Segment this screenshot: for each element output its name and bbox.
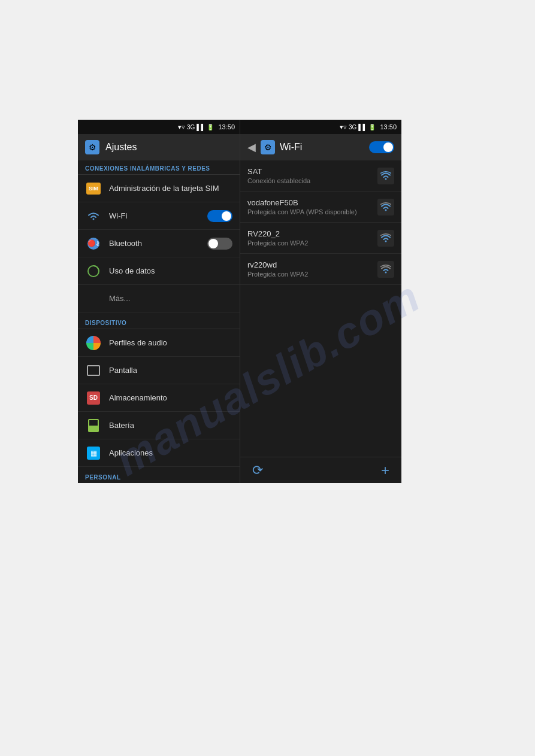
screen-icon (85, 362, 102, 379)
network-rv220-2-name: RV220_2 (247, 229, 377, 238)
battery-icon (85, 417, 102, 434)
bluetooth-menu-icon: 🔴 (85, 235, 102, 252)
bluetooth-toggle[interactable] (207, 238, 232, 250)
wifi-menu-item[interactable]: Wi-Fi (78, 202, 240, 230)
apps-label: Aplicaciones (109, 448, 232, 457)
wifi-toggle[interactable] (207, 210, 232, 222)
wifi-main-toggle-knob (383, 142, 393, 152)
bluetooth-toggle-knob (208, 239, 218, 248)
data-usage-menu-item[interactable]: Uso de datos (78, 257, 240, 285)
personal-section-header: PERSONAL (78, 469, 240, 483)
refresh-icon[interactable]: ⟳ (252, 463, 263, 478)
settings-title: Ajustes (105, 142, 137, 153)
sim-menu-item[interactable]: SIM Administración de la tarjeta SIM (78, 175, 240, 202)
network-vodafone-name: vodafoneF50B (247, 198, 377, 207)
sim-icon: SIM (85, 180, 102, 197)
network-rv220wd-status: Protegida con WPA2 (247, 271, 377, 278)
network-rv220wd-name: rv220wd (247, 260, 377, 269)
bluetooth-menu-item[interactable]: 🔴 Bluetooth (78, 230, 240, 257)
right-battery-status: 🔋 (368, 124, 376, 130)
storage-icon: SD (85, 390, 102, 406)
network-vodafone-item[interactable]: vodafoneF50B Protegida con WPA (WPS disp… (240, 192, 401, 223)
time-left: 13:50 (218, 123, 235, 130)
network-sat-item[interactable]: SAT Conexión establecida (240, 160, 401, 192)
audio-label: Perfiles de audio (109, 338, 232, 347)
more-menu-item[interactable]: Más... (78, 285, 240, 312)
screen-item[interactable]: Pantalla (78, 357, 240, 384)
right-signal-bars: ▌▌ (358, 124, 367, 130)
sim-icon-box: SIM (86, 183, 101, 195)
right-phone-screen: ▾▿ 3G ▌▌ 🔋 13:50 ◀ ⚙ Wi-Fi SAT Conexión … (240, 120, 401, 483)
battery-icon-box (88, 419, 99, 432)
network-rv220-2-signal-icon (377, 230, 394, 247)
left-status-bar: ▾▿ 3G ▌▌ 🔋 13:50 (78, 120, 240, 134)
left-header: ⚙ Ajustes (78, 134, 240, 160)
network-vodafone-status: Protegida con WPA (WPS disponible) (247, 208, 377, 215)
add-network-icon[interactable]: + (381, 462, 389, 479)
left-status-icons: ▾▿ 3G ▌▌ 🔋 13:50 (178, 123, 235, 131)
network-rv220wd-item[interactable]: rv220wd Protegida con WPA2 (240, 254, 401, 285)
wifi-gear-icon: ⚙ (261, 140, 275, 154)
right-status-bar: ▾▿ 3G ▌▌ 🔋 13:50 (240, 120, 401, 134)
right-header: ◀ ⚙ Wi-Fi (240, 134, 401, 160)
data-usage-label: Uso de datos (109, 266, 232, 275)
signal-status: 3G (187, 124, 195, 130)
wifi-toggle-knob (222, 211, 231, 221)
wifi-status-icon: ▾▿ (178, 123, 185, 131)
network-sat-name: SAT (247, 167, 377, 176)
storage-label: Almacenamiento (109, 393, 232, 402)
settings-gear-icon: ⚙ (85, 140, 99, 154)
audio-profiles-item[interactable]: Perfiles de audio (78, 329, 240, 357)
apps-icon-box: ▦ (87, 447, 100, 460)
network-vodafone-info: vodafoneF50B Protegida con WPA (WPS disp… (247, 198, 377, 215)
right-signal-status: 3G (349, 124, 356, 130)
network-vodafone-signal-icon (377, 199, 394, 215)
audio-icon-box (86, 336, 101, 350)
storage-icon-box: SD (87, 391, 100, 405)
network-rv220-2-info: RV220_2 Protegida con WPA2 (247, 229, 377, 247)
back-arrow-icon[interactable]: ◀ (247, 141, 256, 154)
more-label: Más... (109, 294, 130, 303)
battery-label: Batería (109, 421, 232, 430)
network-sat-status: Conexión establecida (247, 177, 377, 184)
network-rv220wd-signal-icon (377, 261, 394, 278)
network-rv220-2-item[interactable]: RV220_2 Protegida con WPA2 (240, 223, 401, 254)
storage-item[interactable]: SD Almacenamiento (78, 384, 240, 412)
bluetooth-icon: 🔴 (87, 238, 99, 250)
left-phone-screen: ▾▿ 3G ▌▌ 🔋 13:50 ⚙ Ajustes CONEXIONES IN… (78, 120, 240, 483)
sim-label: Administración de la tarjeta SIM (109, 184, 232, 193)
signal-bars: ▌▌ (197, 124, 205, 130)
network-rv220-2-status: Protegida con WPA2 (247, 239, 377, 247)
connections-section-header: CONEXIONES INALÁMBRICAS Y REDES (78, 160, 240, 174)
bluetooth-label: Bluetooth (109, 239, 200, 248)
apps-item[interactable]: ▦ Aplicaciones (78, 439, 240, 467)
apps-icon: ▦ (85, 445, 102, 462)
wifi-main-toggle[interactable] (369, 141, 394, 153)
screenshots-container: ▾▿ 3G ▌▌ 🔋 13:50 ⚙ Ajustes CONEXIONES IN… (78, 120, 401, 483)
wifi-menu-icon (85, 208, 102, 224)
right-wifi-status-icon: ▾▿ (340, 123, 347, 131)
audio-icon (85, 335, 102, 351)
right-time: 13:50 (380, 123, 397, 130)
wifi-footer: ⟳ + (240, 457, 401, 483)
right-status-icons: ▾▿ 3G ▌▌ 🔋 13:50 (340, 123, 397, 131)
battery-status: 🔋 (207, 124, 214, 130)
data-usage-icon (85, 263, 102, 280)
wifi-label: Wi-Fi (109, 211, 200, 220)
network-sat-info: SAT Conexión establecida (247, 167, 377, 184)
network-sat-signal-icon (377, 168, 394, 184)
screen-icon-box (87, 365, 100, 376)
battery-item[interactable]: Batería (78, 412, 240, 439)
screen-label: Pantalla (109, 366, 232, 375)
device-section-header: DISPOSITIVO (78, 315, 240, 329)
wifi-title: Wi-Fi (280, 142, 364, 153)
network-rv220wd-info: rv220wd Protegida con WPA2 (247, 260, 377, 278)
wifi-icon-svg (87, 211, 100, 221)
